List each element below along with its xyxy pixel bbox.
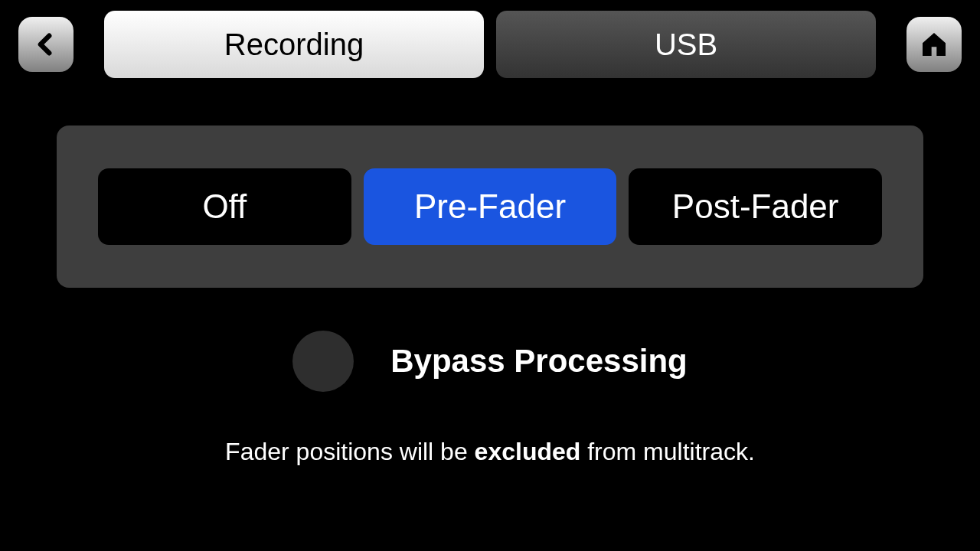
home-icon xyxy=(919,29,949,60)
tab-recording[interactable]: Recording xyxy=(104,11,484,78)
tabs: Recording USB xyxy=(104,11,876,78)
tab-usb-label: USB xyxy=(655,28,717,62)
option-post-fader[interactable]: Post-Fader xyxy=(629,168,882,245)
home-button[interactable] xyxy=(906,17,962,72)
bypass-row: Bypass Processing xyxy=(0,331,980,392)
bypass-label: Bypass Processing xyxy=(390,343,688,380)
option-pre-fader-label: Pre-Fader xyxy=(414,187,566,226)
hint-bold: excluded xyxy=(475,438,581,465)
option-pre-fader[interactable]: Pre-Fader xyxy=(364,168,617,245)
option-post-fader-label: Post-Fader xyxy=(672,187,839,226)
fader-mode-panel: Off Pre-Fader Post-Fader xyxy=(57,126,923,288)
topbar: Recording USB xyxy=(0,0,980,78)
option-off[interactable]: Off xyxy=(98,168,351,245)
tab-recording-label: Recording xyxy=(224,28,364,62)
hint-text: Fader positions will be excluded from mu… xyxy=(0,438,980,466)
hint-after: from multitrack. xyxy=(587,438,755,465)
tab-usb[interactable]: USB xyxy=(496,11,876,78)
bypass-toggle[interactable] xyxy=(292,331,354,392)
hint-before: Fader positions will be xyxy=(225,438,474,465)
option-off-label: Off xyxy=(202,187,247,226)
chevron-left-icon xyxy=(33,31,59,57)
back-button[interactable] xyxy=(18,17,74,72)
